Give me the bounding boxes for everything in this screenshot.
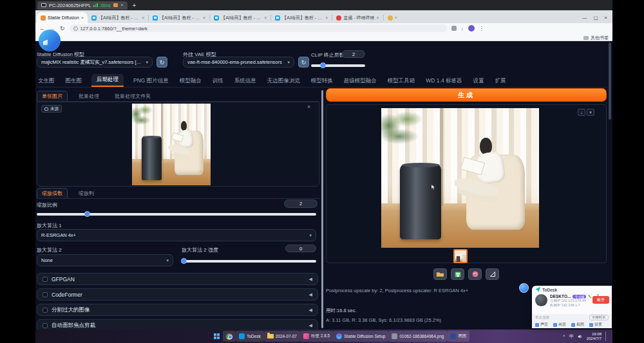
- browser-menu-icon[interactable]: ⋮: [479, 26, 484, 32]
- browser-tab-partial[interactable]: +: [384, 12, 401, 23]
- screenshot-icon[interactable]: [113, 3, 118, 7]
- close-session-icon[interactable]: ×: [120, 3, 124, 8]
- browser-tab[interactable]: 直播 - 哔哩哔哩×: [332, 12, 383, 23]
- open-folder-button[interactable]: [433, 268, 447, 280]
- close-tab-icon[interactable]: ×: [203, 15, 205, 20]
- window-minimize-button[interactable]: —: [582, 15, 587, 21]
- tab-model-toolkit[interactable]: 模型工具箱: [386, 75, 417, 87]
- column-resize-handle[interactable]: [321, 90, 323, 328]
- source-image[interactable]: [132, 104, 211, 185]
- clip-skip-slider-handle[interactable]: [320, 62, 326, 68]
- scale-ratio-value[interactable]: 2: [284, 199, 317, 208]
- quick-screenshot-button[interactable]: 截图: [571, 322, 584, 328]
- taskbar-sd-setup[interactable]: Stable Diffusion Setup: [333, 331, 388, 342]
- tab-checkpoint-merge[interactable]: 模型融合: [178, 75, 203, 87]
- subtab-batch-process[interactable]: 批量处理: [74, 91, 104, 101]
- subtab-batch-folder[interactable]: 批量处理文件夹: [110, 91, 155, 101]
- accordion-gfpgan[interactable]: GFPGAN ◀: [37, 273, 318, 285]
- close-result-button[interactable]: ×: [587, 109, 594, 116]
- upscaler2-strength-value[interactable]: 0: [285, 245, 316, 252]
- taskbar-folder[interactable]: 2024-07-07: [264, 331, 300, 342]
- quick-settings-button[interactable]: 设置: [589, 322, 602, 328]
- accordion-split-oversize[interactable]: 分割过大的图像 ◀: [37, 304, 318, 316]
- taskbar-huishi-launcher[interactable]: 绘世 2.8.5: [300, 331, 333, 342]
- tab-super-merge[interactable]: 超级模型融合: [343, 75, 378, 87]
- tab-scale-by[interactable]: 缩放倍数: [37, 188, 68, 198]
- send-to-resize-button[interactable]: [486, 268, 499, 280]
- split-oversize-checkbox[interactable]: [43, 308, 48, 313]
- close-tab-icon[interactable]: ×: [81, 15, 84, 20]
- upscaler2-strength-slider-handle[interactable]: [181, 258, 187, 264]
- send-to-extras-button[interactable]: [468, 268, 482, 280]
- taskbar-paint[interactable]: 画图: [447, 331, 469, 342]
- site-info-icon[interactable]: i: [73, 26, 78, 31]
- taskbar-png-file[interactable]: 01062-1863864964.png: [388, 331, 447, 342]
- browser-tab[interactable]: 【AI绘画】教程 - 哔哩哔哩×: [88, 12, 148, 23]
- refresh-sd-model-button[interactable]: ↻: [156, 57, 167, 68]
- browser-profile-avatar[interactable]: [468, 25, 475, 32]
- tab-infinite-browser[interactable]: 无边图像浏览: [266, 75, 301, 87]
- sd-model-dropdown[interactable]: majicMIX realistic 麦橘写实_v7.safetensors […: [37, 57, 153, 68]
- codeformer-checkbox[interactable]: [43, 292, 48, 297]
- upscaler2-dropdown[interactable]: None ▾: [37, 254, 173, 266]
- refresh-vae-button[interactable]: ↻: [298, 57, 309, 68]
- quick-quality-toggle[interactable]: 画质: [553, 322, 566, 328]
- start-button[interactable]: [211, 331, 223, 342]
- result-thumbnail[interactable]: [453, 249, 468, 263]
- close-tab-icon[interactable]: ×: [264, 15, 267, 20]
- tab-system-info[interactable]: 系统信息: [233, 75, 258, 87]
- scrollbar-thumb[interactable]: [609, 42, 611, 120]
- new-tab-button[interactable]: +: [395, 15, 397, 20]
- browser-tab[interactable]: 【AI绘画】教程 - 哔哩哔哩×: [210, 12, 270, 23]
- close-tab-icon[interactable]: ×: [325, 15, 328, 20]
- save-image-button[interactable]: [451, 268, 464, 280]
- close-tab-icon[interactable]: ×: [377, 15, 379, 20]
- accordion-codeformer[interactable]: CodeFormer ◀: [37, 288, 318, 301]
- taskbar-todesk[interactable]: ToDesk: [236, 331, 264, 342]
- gfpgan-checkbox[interactable]: [43, 277, 48, 282]
- tab-wd14-tagger[interactable]: WD 1.4 标签器: [424, 75, 463, 87]
- generate-button[interactable]: 生成: [326, 88, 607, 102]
- subtab-single-image[interactable]: 单张图片: [37, 91, 68, 101]
- window-close-button[interactable]: ×: [605, 15, 607, 21]
- clip-skip-value[interactable]: 2: [342, 50, 365, 58]
- reload-icon[interactable]: ↻: [60, 25, 65, 32]
- browser-tab[interactable]: 【AI绘画】教程 - 哔哩哔哩×: [149, 12, 209, 23]
- tab-extensions[interactable]: 扩展: [493, 75, 507, 87]
- show-desktop-edge[interactable]: [605, 331, 609, 341]
- scale-ratio-slider-handle[interactable]: [84, 211, 90, 217]
- tray-expand-icon[interactable]: ^: [563, 334, 565, 338]
- extensions-icon[interactable]: [451, 26, 457, 31]
- tab-postprocess[interactable]: 后期处理: [91, 74, 124, 87]
- other-bookmarks-button[interactable]: 其他书签: [583, 35, 609, 41]
- download-icon[interactable]: ↓: [461, 26, 464, 32]
- browser-tab-active[interactable]: Stable Diffusion ×: [37, 12, 88, 23]
- taskbar-chrome[interactable]: [223, 331, 236, 342]
- browser-tab[interactable]: 【AI绘画】教程 - 哔哩哔哩×: [271, 12, 332, 23]
- window-maximize-button[interactable]: ▢: [594, 15, 598, 21]
- upscaler2-strength-slider[interactable]: [182, 260, 316, 263]
- tab-txt2img[interactable]: 文生图: [37, 75, 56, 87]
- download-result-button[interactable]: ↓: [578, 109, 585, 116]
- clear-source-image-icon[interactable]: ×: [307, 104, 310, 110]
- tray-clock[interactable]: 19:08 2024/7/7: [587, 332, 601, 341]
- speaker-icon[interactable]: [578, 334, 583, 339]
- scale-ratio-slider[interactable]: [37, 213, 316, 216]
- result-image[interactable]: [381, 108, 539, 248]
- remote-session-tab[interactable]: PC-20240625HFPL 28ms ×: [37, 1, 128, 10]
- disconnect-button[interactable]: 断开: [592, 296, 609, 304]
- tab-scale-to[interactable]: 缩放到: [74, 189, 99, 198]
- ime-indicator[interactable]: 中: [569, 333, 574, 340]
- vae-dropdown[interactable]: vae-ft-mse-840000-ema-pruned.safetensors…: [183, 57, 294, 68]
- tab-train[interactable]: 训练: [211, 75, 225, 87]
- upscaler1-dropdown[interactable]: R-ESRGAN 4x+ ▾: [37, 229, 316, 241]
- address-bar[interactable]: i 127.0.0.1:7860/?__theme=dark: [70, 24, 447, 32]
- tab-img2img[interactable]: 图生图: [64, 75, 84, 87]
- auto-face-crop-checkbox[interactable]: [43, 323, 48, 328]
- tab-settings[interactable]: 设置: [471, 75, 485, 87]
- close-tab-icon[interactable]: ×: [142, 15, 144, 20]
- quick-sound-toggle[interactable]: 声音: [535, 322, 548, 328]
- clip-skip-slider[interactable]: [311, 64, 365, 67]
- tab-model-convert[interactable]: 模型转换: [310, 75, 334, 87]
- new-session-button[interactable]: +: [133, 2, 137, 9]
